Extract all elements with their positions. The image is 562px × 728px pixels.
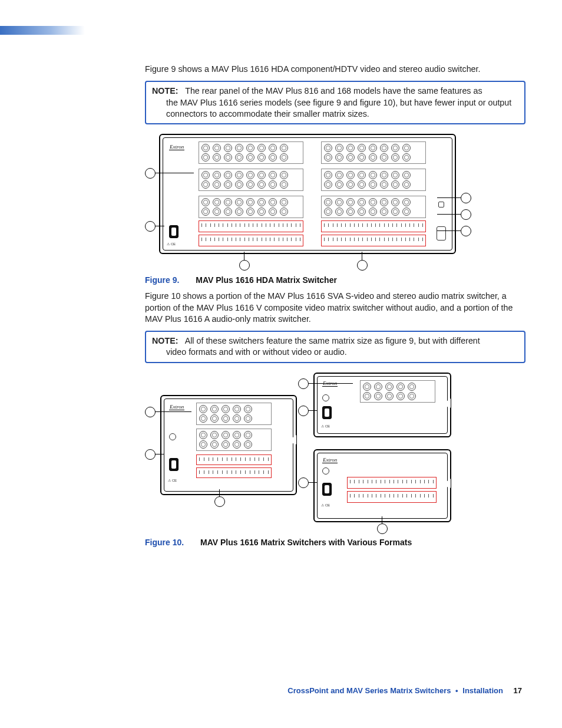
power-inlet-icon [169, 458, 178, 471]
note-text-rest: video formats and with or without video … [166, 347, 518, 358]
figure-number: Figure 9. [145, 275, 179, 285]
audio-input-block [199, 220, 303, 232]
callout-circle [377, 523, 388, 534]
audio-output-block [321, 220, 426, 232]
callout-lead [308, 410, 318, 411]
figure-10-diagram: Extron [145, 373, 451, 533]
cert-marks-icon: ⚠ CE [321, 424, 330, 428]
brand-label: Extron [169, 404, 184, 410]
callout-circle [145, 449, 156, 460]
callout-lead [308, 482, 318, 483]
footer-page-number: 17 [514, 686, 522, 695]
figure-9-diagram: Extron [145, 134, 471, 271]
footer-section: Installation [462, 686, 503, 695]
ul-mark-icon [322, 467, 329, 475]
power-inlet-icon [322, 483, 332, 496]
callout-circle [239, 260, 250, 271]
serial-port-icon [437, 226, 446, 241]
power-inlet-icon [169, 225, 178, 238]
ul-mark-icon [169, 433, 176, 440]
callout-lead [244, 252, 244, 260]
callout-circle [461, 193, 471, 203]
note-text-rest: the MAV Plus 1616 series models (see fig… [166, 97, 518, 120]
subpanel-sva: Extron [160, 395, 297, 495]
figure-title: MAV Plus 1616 Matrix Switchers with Vari… [200, 538, 412, 547]
figure-number: Figure 10. [145, 538, 184, 547]
figure-9-caption: Figure 9. MAV Plus 1616 HDA Matrix Switc… [145, 275, 525, 285]
brand-label: Extron [169, 144, 184, 150]
paragraph-middle: Figure 10 shows a portion of the MAV Plu… [145, 291, 525, 324]
subpanel-v: Extron ⚠ CE [313, 373, 451, 437]
callout-lead [382, 516, 382, 523]
note-box-2: NOTE: All of these switchers feature the… [145, 331, 525, 363]
callout-circle [214, 496, 225, 507]
callout-lead [155, 454, 164, 454]
rear-panel-outline: Extron [159, 134, 456, 254]
callout-lead [155, 411, 191, 412]
figure-10-caption: Figure 10. MAV Plus 1616 Matrix Switcher… [145, 538, 525, 547]
note-label: NOTE: [152, 86, 178, 95]
header-accent-bar [0, 26, 85, 35]
callout-lead [155, 173, 194, 173]
note-label: NOTE: [152, 336, 178, 345]
figure-title: MAV Plus 1616 HDA Matrix Switcher [196, 275, 337, 285]
callout-lead [362, 252, 362, 260]
callout-circle [145, 168, 156, 179]
callout-lead [155, 226, 164, 226]
callout-lead [437, 214, 461, 215]
callout-lead [308, 383, 353, 384]
cert-marks-icon: ⚠ CE [167, 242, 176, 246]
brand-label: Extron [322, 457, 338, 463]
paragraph-intro: Figure 9 shows a MAV Plus 1616 HDA compo… [145, 64, 525, 75]
page-footer: CrossPoint and MAV Series Matrix Switche… [287, 686, 522, 695]
ul-mark-icon [322, 394, 329, 401]
callout-lead [437, 230, 461, 231]
subpanel-a: Extron ⚠ CE [313, 449, 451, 522]
note-box-1: NOTE: The rear panel of the MAV Plus 816… [145, 81, 525, 124]
note-text-first: All of these switchers feature the same … [180, 336, 480, 345]
callout-circle [298, 477, 309, 488]
callout-lead [219, 489, 220, 496]
callout-circle [145, 221, 156, 232]
cert-marks-icon: ⚠ CE [168, 478, 177, 482]
callout-circle [461, 226, 471, 236]
ground-screw-icon [438, 202, 444, 207]
footer-doc-title: CrossPoint and MAV Series Matrix Switche… [287, 686, 451, 695]
callout-circle [298, 378, 309, 389]
cert-marks-icon: ⚠ CE [321, 503, 330, 507]
footer-separator: • [453, 686, 461, 695]
note-text-first: The rear panel of the MAV Plus 816 and 1… [180, 86, 482, 95]
callout-lead [437, 197, 461, 198]
callout-circle [298, 406, 309, 416]
callout-circle [145, 407, 156, 417]
callout-circle [357, 260, 368, 271]
callout-circle [461, 209, 471, 220]
power-inlet-icon [322, 406, 332, 419]
